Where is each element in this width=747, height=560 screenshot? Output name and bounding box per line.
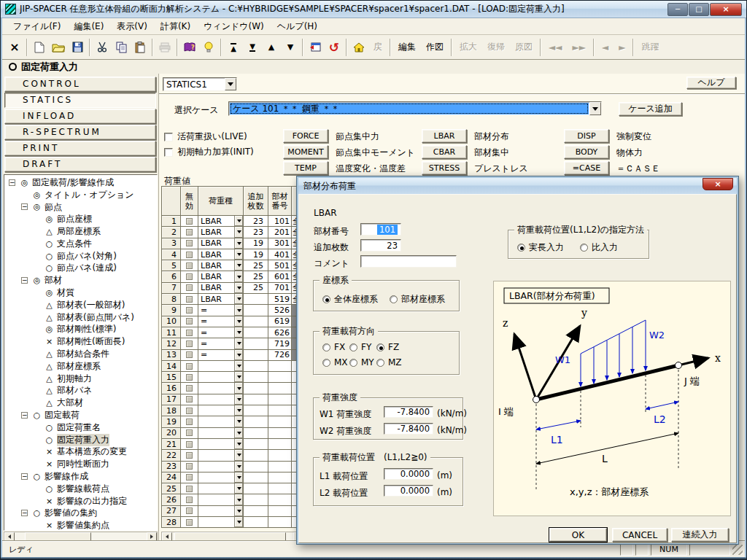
- tree-item[interactable]: ○固定荷重入力: [4, 434, 157, 446]
- member-cell[interactable]: 101: [268, 216, 292, 227]
- radio-actual-length[interactable]: 実長入力: [517, 241, 564, 254]
- load-type-cell[interactable]: [198, 494, 244, 505]
- case-add-button[interactable]: ケース追加: [619, 102, 682, 116]
- load-type-cell[interactable]: [198, 472, 244, 483]
- sidebar-button-infload[interactable]: INFLOAD: [4, 109, 156, 124]
- menu-item-5[interactable]: ヘルプ(H): [271, 19, 324, 34]
- tree-item[interactable]: −◎固定載荷/影響線作成: [4, 176, 157, 189]
- case-combobox[interactable]: ケース 101 ＊＊ 鋼重 ＊＊: [228, 101, 602, 116]
- first-page-icon[interactable]: ◄◄: [543, 38, 567, 57]
- load-button-TEMP[interactable]: TEMP: [283, 161, 328, 175]
- tree-item[interactable]: △部材表(節点間バネ): [4, 311, 157, 324]
- paste-icon[interactable]: [131, 38, 150, 57]
- member-cell[interactable]: [268, 361, 292, 372]
- minimize-button[interactable]: ─: [667, 3, 688, 16]
- load-type-cell[interactable]: [198, 506, 244, 517]
- tree-item[interactable]: △局部座標系: [4, 225, 157, 238]
- sheets-cell[interactable]: 23: [244, 216, 268, 227]
- disable-cell[interactable]: [181, 350, 198, 361]
- load-button-LBAR[interactable]: LBAR: [422, 129, 467, 143]
- load-type-cell[interactable]: =: [198, 327, 244, 338]
- radio-direction-fx[interactable]: FX: [322, 342, 345, 352]
- disable-cell[interactable]: [181, 294, 198, 305]
- disable-checkbox-icon[interactable]: [186, 363, 193, 370]
- dropdown-button[interactable]: [234, 271, 243, 281]
- row-number[interactable]: 28: [162, 517, 181, 528]
- menu-item-3[interactable]: 計算(K): [154, 19, 197, 34]
- dropdown-button[interactable]: [234, 428, 243, 438]
- member-cell[interactable]: 201: [268, 227, 292, 238]
- tree-expander-icon[interactable]: −: [21, 473, 28, 480]
- help-book-icon[interactable]: ?: [180, 38, 199, 57]
- scroll-left-icon[interactable]: [162, 532, 172, 541]
- row-number[interactable]: 13: [162, 350, 181, 361]
- row-number[interactable]: 22: [162, 450, 181, 461]
- load-type-cell[interactable]: LBAR: [198, 271, 244, 282]
- member-cell[interactable]: 526: [268, 305, 292, 316]
- dropdown-button[interactable]: [234, 316, 243, 327]
- disable-checkbox-icon[interactable]: [186, 240, 193, 246]
- tree-item[interactable]: ×影響線の出力指定: [4, 495, 157, 508]
- next-icon[interactable]: ►: [614, 38, 630, 57]
- row-number[interactable]: 6: [162, 271, 181, 282]
- continuous-input-button[interactable]: 連続入力: [671, 528, 729, 542]
- load-type-cell[interactable]: [198, 383, 244, 394]
- close-button[interactable]: ×: [710, 3, 742, 16]
- row-number[interactable]: 20: [162, 428, 181, 439]
- scroll-thumb[interactable]: [174, 532, 286, 541]
- disable-checkbox-icon[interactable]: [186, 396, 193, 402]
- member-cell[interactable]: [268, 383, 292, 394]
- load-type-cell[interactable]: =: [198, 305, 244, 316]
- load-type-cell[interactable]: LBAR: [198, 249, 244, 260]
- member-cell[interactable]: [268, 439, 292, 450]
- dropdown-button[interactable]: [234, 216, 243, 226]
- sheets-cell[interactable]: [244, 327, 268, 338]
- dropdown-button[interactable]: [234, 483, 243, 494]
- radio-direction-fy[interactable]: FY: [349, 342, 371, 352]
- dropdown-button[interactable]: [234, 294, 243, 304]
- menu-item-4[interactable]: ウィンドウ(W): [197, 19, 271, 34]
- disable-checkbox-icon[interactable]: [186, 452, 193, 459]
- disable-cell[interactable]: [181, 517, 198, 528]
- disable-cell[interactable]: [181, 238, 198, 249]
- disable-cell[interactable]: [181, 271, 198, 282]
- disable-cell[interactable]: [181, 416, 198, 427]
- load-button-eqCASE[interactable]: =CASE: [564, 161, 609, 175]
- row-number[interactable]: 9: [162, 305, 181, 316]
- move-down-icon[interactable]: ▼: [281, 38, 300, 57]
- menu-item-1[interactable]: 編集(E): [67, 19, 110, 34]
- dialog-close-button[interactable]: ×: [703, 178, 733, 190]
- copy-icon[interactable]: [112, 38, 131, 57]
- new-document-icon[interactable]: [30, 38, 49, 57]
- enlarge-button[interactable]: 拡大: [454, 38, 482, 57]
- disable-checkbox-icon[interactable]: [186, 486, 193, 492]
- disable-checkbox-icon[interactable]: [186, 508, 193, 514]
- member-cell[interactable]: 301: [268, 238, 292, 249]
- member-cell[interactable]: [268, 494, 292, 505]
- dropdown-button[interactable]: [234, 238, 243, 249]
- tree-item[interactable]: △部材表(一般部材): [4, 299, 157, 311]
- dropdown-button[interactable]: [234, 494, 243, 505]
- disable-cell[interactable]: [181, 260, 198, 271]
- disable-checkbox-icon[interactable]: [186, 441, 193, 448]
- row-number[interactable]: 2: [162, 227, 181, 238]
- disable-checkbox-icon[interactable]: [186, 351, 193, 358]
- disable-cell[interactable]: [181, 316, 198, 327]
- sidebar-button-r-spectrum[interactable]: R-SPECTRUM: [4, 125, 156, 140]
- disable-cell[interactable]: [181, 327, 198, 338]
- load-type-cell[interactable]: LBAR: [198, 294, 244, 305]
- member-cell[interactable]: [268, 483, 292, 494]
- load-type-cell[interactable]: =: [198, 350, 244, 361]
- load-type-cell[interactable]: LBAR: [198, 227, 244, 238]
- sidebar-button-control[interactable]: CONTROL: [4, 77, 156, 92]
- member-cell[interactable]: 519: [268, 294, 292, 305]
- sheets-cell[interactable]: 25: [244, 260, 268, 271]
- dropdown-button[interactable]: [234, 450, 243, 460]
- tree-item[interactable]: ×同時性断面力: [4, 458, 157, 470]
- dropdown-button[interactable]: [234, 372, 243, 382]
- tree-item[interactable]: ○固定荷重名: [4, 421, 157, 434]
- edit-button[interactable]: 編集: [393, 38, 421, 57]
- load-type-cell[interactable]: =: [198, 338, 244, 349]
- row-number[interactable]: 7: [162, 283, 181, 294]
- load-type-cell[interactable]: [198, 416, 244, 427]
